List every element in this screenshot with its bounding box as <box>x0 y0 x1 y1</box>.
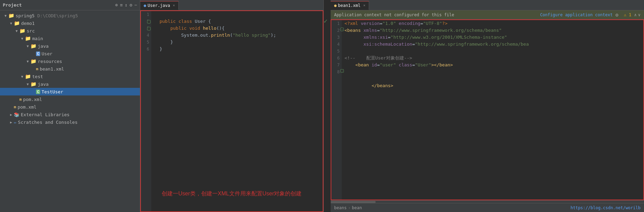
folder-icon-resources: 📁 <box>30 58 36 64</box>
csdn-url[interactable]: https://blog.csdn.net/worilb <box>571 205 641 210</box>
sidebar-title: Project <box>3 2 22 8</box>
close-tab-bean1[interactable]: × <box>363 3 365 7</box>
tree-item-pom1[interactable]: m pom.xml <box>0 95 140 103</box>
label-java: java <box>38 44 48 49</box>
label-java-test: java <box>38 82 48 87</box>
right-code-area[interactable]: <?xml version="1.0" encoding="UTF-8"?> <… <box>342 20 643 75</box>
tree-item-bean1xml[interactable]: m bean1.xml <box>0 65 140 73</box>
left-code-area[interactable]: public class User { public void hello(){… <box>151 11 323 53</box>
checkmark-indicator: ✓ <box>324 0 331 212</box>
fold-beans-close[interactable]: − <box>340 69 344 73</box>
arrow-extlib: ▶ <box>8 113 14 117</box>
code-line-5: } <box>154 39 320 46</box>
xml-tab-icon: ● <box>334 3 337 8</box>
arrow-java-test: ▼ <box>25 82 30 86</box>
folder-icon-demo1: 📁 <box>14 20 20 26</box>
sort-icon[interactable]: ↕ <box>125 2 128 8</box>
xml-line-num-5: 5 <box>331 48 342 55</box>
tab-user-java[interactable]: ● User.java × <box>140 1 179 10</box>
main-content: ● User.java × 1 2 3 4 5 6 public class U… <box>140 0 644 212</box>
xml-code-line-5 <box>345 48 641 55</box>
minimize-icon[interactable]: − <box>134 2 137 8</box>
configure-context-link[interactable]: Configure application context <box>540 12 613 17</box>
tree-item-resources[interactable]: ▼ 📁 resources <box>0 57 140 65</box>
left-editor-body: 1 2 3 4 5 6 public class User { public v… <box>140 10 323 212</box>
editor-right: ● bean1.xml × Application context not co… <box>331 0 644 212</box>
line-num-4: 4 <box>141 32 151 39</box>
tree-item-pom2[interactable]: m pom.xml <box>0 103 140 111</box>
extlib-icon: 📚 <box>14 112 19 117</box>
right-tab-bar: ● bean1.xml × <box>331 0 644 10</box>
label-spring5: spring5 D:\CODE\spring5 <box>16 13 78 18</box>
line-num-5: 5 <box>141 39 151 46</box>
warning-bar: Application context not configured for t… <box>331 10 644 19</box>
tree-item-java[interactable]: ▼ 📁 java <box>0 42 140 50</box>
chevron-down-icon[interactable]: ∨ <box>638 12 641 17</box>
tree-item-testuser[interactable]: C TestUser <box>0 88 140 95</box>
xml-line-num-7: 7 <box>331 62 342 68</box>
sidebar-header: Project ⊕ ≡ ↕ ⚙ − <box>0 0 140 10</box>
fold-indicator-class[interactable]: − <box>147 20 151 24</box>
fold-beans[interactable]: − <box>340 28 344 31</box>
code-line-4: System.out.println("hello spring"); <box>154 32 320 39</box>
label-user: User <box>42 51 52 56</box>
annotation-text: 创建一User类，创建一XML文件用来配置User对象的创建 <box>162 190 302 197</box>
status-bar: beans › bean https://blog.csdn.net/woril… <box>331 203 644 212</box>
label-bean1xml: bean1.xml <box>40 66 64 72</box>
tree-item-scratches[interactable]: ▶ ✏ Scratches and Consoles <box>0 118 140 126</box>
expand-collapse-icons: ∧ ∨ <box>634 12 641 17</box>
tree-item-test[interactable]: ▼ 📁 test <box>0 73 140 80</box>
editor-left: ● User.java × 1 2 3 4 5 6 public class U… <box>140 0 324 212</box>
locate-icon[interactable]: ⊕ <box>115 2 118 8</box>
collapse-icon[interactable]: ≡ <box>120 2 123 8</box>
fold-indicator-method[interactable]: − <box>147 27 151 30</box>
chevron-up-icon[interactable]: ∧ <box>634 12 637 17</box>
settings-icon[interactable]: ⚙ <box>129 2 132 8</box>
code-line-3: public void hello(){ <box>154 25 320 32</box>
tree-item-src[interactable]: ▼ 📁 src <box>0 27 140 35</box>
project-tree: ▼ 📁 spring5 D:\CODE\spring5 ▼ 📁 demo1 ▼ … <box>0 10 140 212</box>
tab-label-user: User.java <box>147 3 170 8</box>
xml-code-line-8: − </beans> <box>345 68 641 75</box>
xml-code-line-1: <?xml version="1.0" encoding="UTF-8"?> <box>345 20 641 27</box>
horizontal-scrollbar[interactable] <box>331 200 644 203</box>
xml-line-num-3: 3 <box>331 34 342 41</box>
scrollbar-thumb[interactable] <box>331 201 376 203</box>
tab-label-bean1: bean1.xml <box>338 3 360 8</box>
tree-item-demo1[interactable]: ▼ 📁 demo1 <box>0 19 140 27</box>
scratches-icon: ✏ <box>14 120 17 125</box>
arrow-src: ▼ <box>14 29 19 33</box>
gear-settings-icon[interactable]: ⚙ <box>615 12 618 18</box>
label-src: src <box>27 28 35 34</box>
code-line-2: public class User { <box>154 18 320 25</box>
label-demo1: demo1 <box>21 21 35 26</box>
tree-item-java-test[interactable]: ▼ 📁 java <box>0 80 140 88</box>
right-editor-body: 1 2 3 4 5 6 7 8 <?xml version="1.0" enco… <box>331 19 644 200</box>
breadcrumb-separator: › <box>348 205 350 210</box>
tab-bean1-xml[interactable]: ● bean1.xml × <box>331 1 369 10</box>
arrow-resources: ▼ <box>25 59 30 63</box>
java-tab-icon: ● <box>144 3 146 8</box>
tree-item-extlib[interactable]: ▶ 📚 External Libraries <box>0 111 140 118</box>
xml-file-icon-bean1: m <box>36 67 38 71</box>
label-resources: resources <box>38 59 62 64</box>
tree-item-spring5[interactable]: ▼ 📁 spring5 D:\CODE\spring5 <box>0 12 140 19</box>
label-scratches: Scratches and Consoles <box>18 120 78 125</box>
tree-item-user[interactable]: C User <box>0 50 140 57</box>
tree-item-main[interactable]: ▼ 📁 main <box>0 35 140 42</box>
folder-icon-spring5: 📁 <box>8 13 14 18</box>
folder-icon-java: 📁 <box>30 43 36 49</box>
label-test: test <box>32 74 43 79</box>
label-testuser: TestUser <box>42 89 63 94</box>
arrow-scratches: ▶ <box>8 120 14 124</box>
label-extlib: External Libraries <box>21 112 70 117</box>
arrow-spring5: ▼ <box>3 14 8 18</box>
breadcrumb-beans: beans <box>334 205 347 210</box>
folder-icon-src: 📁 <box>19 28 25 34</box>
right-line-numbers: 1 2 3 4 5 6 7 8 <box>331 20 342 200</box>
folder-icon-java-test: 📁 <box>30 81 36 87</box>
close-tab-user[interactable]: × <box>173 3 175 7</box>
sidebar: Project ⊕ ≡ ↕ ⚙ − ▼ 📁 spring5 D:\CODE\sp… <box>0 0 140 212</box>
pom-icon-2: m <box>14 105 16 109</box>
label-pom2: pom.xml <box>18 104 37 110</box>
